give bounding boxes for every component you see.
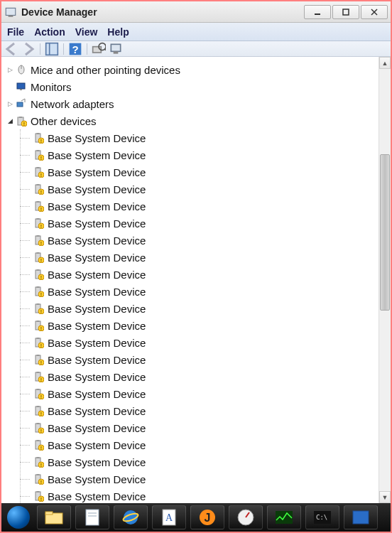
svg-text:!: ! [23,122,25,126]
svg-text:!: ! [40,480,42,485]
device-warning-icon: ! [33,132,44,144]
minimize-button[interactable] [304,5,331,19]
tree-node-label: Other devices [31,115,97,127]
taskbar-cmd[interactable]: C:\ [305,505,339,529]
scroll-track[interactable] [379,69,391,491]
svg-rect-3 [343,9,349,15]
device-warning-icon: ! [33,286,44,297]
svg-rect-69 [37,321,40,322]
svg-text:!: ! [40,326,42,331]
menu-file[interactable]: File [7,26,24,38]
tree-child-node[interactable]: ! Base System Device [21,129,377,146]
show-hide-tree-button[interactable] [45,43,59,55]
tree-child-node[interactable]: ! Base System Device [21,351,377,368]
svg-rect-14 [114,51,119,53]
taskbar-notes[interactable] [75,505,109,529]
tree-child-node[interactable]: ! Base System Device [21,300,377,317]
scroll-thumb[interactable] [380,154,390,311]
mouse-icon [16,64,27,75]
scroll-down-button[interactable]: ▼ [379,491,391,503]
tree-node-label: Base System Device [48,235,146,247]
tree-node[interactable]: ▷ Network adapters [6,95,377,112]
taskbar-taskmgr[interactable] [267,505,301,529]
device-warning-icon: ! [33,166,44,178]
maximize-button[interactable] [332,5,359,19]
expander-icon[interactable]: ◢ [6,117,14,125]
svg-text:!: ! [40,463,42,468]
expander-icon[interactable]: ▷ [6,99,14,108]
tree-node-label: Base System Device [48,286,146,298]
window-title: Device Manager [21,6,97,18]
svg-rect-18 [20,89,22,90]
tree-node[interactable]: Monitors [6,78,377,95]
taskbar-start[interactable] [4,505,33,529]
svg-rect-77 [37,355,40,356]
computer-warning-icon: ! [16,115,27,126]
tree-child-node[interactable]: ! Base System Device [21,317,377,334]
device-warning-icon: ! [33,456,44,468]
tree-child-node[interactable]: ! Base System Device [21,163,377,181]
tree-child-node[interactable]: ! Base System Device [21,249,377,266]
svg-rect-89 [37,406,40,407]
taskbar-explorer[interactable] [37,505,71,529]
svg-text:A: A [165,512,173,523]
tree-node-label: Base System Device [48,456,146,468]
taskbar-app[interactable] [344,505,378,529]
tree-child-node[interactable]: ! Base System Device [21,198,377,215]
taskbar-java[interactable]: J [190,505,224,529]
tree-node[interactable]: ▷ Mice and other pointing devices [6,61,377,78]
expander-icon[interactable]: ▷ [6,65,14,74]
tree-node-label: Base System Device [48,166,146,178]
taskbar: AJC:\ [1,503,391,532]
device-tree[interactable]: ▷ Mice and other pointing devices Monito… [1,57,379,503]
device-warning-icon: ! [33,371,44,382]
menu-action[interactable]: Action [34,26,65,38]
tree-child-node[interactable]: ! Base System Device [21,368,377,385]
svg-text:!: ! [40,292,42,297]
titlebar: Device Manager [1,1,391,23]
svg-text:!: ! [40,275,42,280]
tree-node-label: Base System Device [48,439,146,451]
device-warning-icon: ! [33,183,44,195]
expander-icon[interactable] [6,82,14,91]
svg-rect-53 [37,252,40,254]
tree-child-node[interactable]: ! Base System Device [21,146,377,163]
taskbar-wordpad[interactable]: A [152,505,186,529]
tree-child-node[interactable]: ! Base System Device [21,453,377,470]
close-button[interactable] [361,5,388,19]
tree-child-node[interactable]: ! Base System Device [21,334,377,351]
scroll-up-button[interactable]: ▲ [379,57,391,69]
tree-child-node[interactable]: ! Base System Device [21,283,377,300]
properties-button[interactable] [109,43,123,55]
taskbar-ie[interactable] [114,505,148,529]
svg-text:!: ! [40,224,42,229]
tree-node-other-devices[interactable]: ◢ ! Other devices [6,112,377,129]
tree-child-node[interactable]: ! Base System Device [21,266,377,283]
tree-node-label: Monitors [31,81,72,93]
svg-text:!: ! [40,343,42,348]
back-button [4,43,18,55]
tree-child-node[interactable]: ! Base System Device [21,232,377,249]
tree-child-node[interactable]: ! Base System Device [21,385,377,402]
tree-child-node[interactable]: ! Base System Device [21,470,377,488]
svg-rect-6 [46,43,58,55]
scan-button[interactable] [92,43,106,55]
tree-child-node[interactable]: ! Base System Device [21,215,377,232]
device-warning-icon: ! [33,490,44,502]
tree-child-node[interactable]: ! Base System Device [21,488,377,503]
tree-child-node[interactable]: ! Base System Device [21,419,377,436]
svg-rect-29 [37,150,40,151]
help-button[interactable]: ? [68,43,82,55]
menu-view[interactable]: View [75,26,98,38]
device-warning-icon: ! [33,200,44,212]
taskbar-gauge[interactable] [229,505,263,529]
scrollbar[interactable]: ▲ ▼ [379,57,391,503]
svg-rect-109 [37,491,40,492]
tree-node-label: Base System Device [48,405,146,417]
menu-help[interactable]: Help [107,26,129,38]
tree-child-node[interactable]: ! Base System Device [21,402,377,419]
svg-text:!: ! [40,411,42,416]
tree-child-node[interactable]: ! Base System Device [21,181,377,198]
tree-node-label: Base System Device [48,269,146,281]
tree-child-node[interactable]: ! Base System Device [21,436,377,453]
